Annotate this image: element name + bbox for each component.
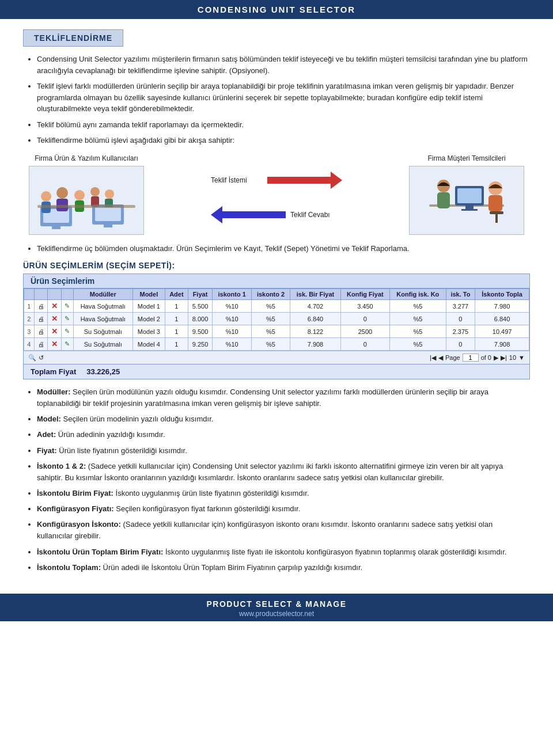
row-mod: Su Soğutmalı <box>73 325 132 338</box>
row-adet: 1 <box>165 338 188 351</box>
col-konfig-isk: Konfig isk. Ko <box>390 289 446 300</box>
row-isk-bir: 8.122 <box>290 325 341 338</box>
col-isk-top: İskonto Topla <box>475 289 529 300</box>
col-konfig: Konfig Fiyat <box>340 289 389 300</box>
desc-item: İskontolu Ürün Toplam Birim Fiyatı: İsko… <box>37 546 530 558</box>
row-isk-to: 2.375 <box>446 325 475 338</box>
row-isk-to: 0 <box>446 338 475 351</box>
svg-rect-23 <box>461 209 478 211</box>
svg-rect-16 <box>37 205 135 208</box>
svg-rect-25 <box>488 195 502 211</box>
svg-rect-27 <box>437 192 450 208</box>
right-people-svg <box>412 170 521 230</box>
col-edit <box>61 289 73 300</box>
per-page-label: 10 <box>509 354 516 361</box>
prev-btn[interactable]: ◀ <box>438 354 443 362</box>
bullet-4: Tekliflendirme bölümü işlevi aşağıdaki g… <box>37 135 530 146</box>
row-isk1: %10 <box>213 300 251 313</box>
row-delete[interactable]: ✕ <box>48 313 62 325</box>
row-isk-bir: 6.840 <box>290 313 341 325</box>
svg-rect-29 <box>495 214 498 223</box>
row-num: 4 <box>24 338 35 351</box>
table-row: 3 🖨 ✕ ✎ Su Soğutmalı Model 3 1 9.500 %10… <box>24 325 529 338</box>
row-delete[interactable]: ✕ <box>48 300 62 313</box>
after-flow-bullet: Tekliflendirme üç bölümden oluşmaktadır.… <box>37 243 530 254</box>
desc-item: İskontolu Toplam: Ürün adedi ile İskonto… <box>37 562 530 573</box>
flow-right-label: Firma Müşteri Temsilcileri <box>427 154 505 162</box>
desc-item: Adet: Ürün adedinin yazıldığı kısımdır. <box>37 429 530 440</box>
row-isk-top: 6.840 <box>475 313 529 325</box>
row-delete[interactable]: ✕ <box>48 338 62 351</box>
per-page-dropdown-icon[interactable]: ▼ <box>518 354 525 361</box>
row-fiyat: 9.500 <box>188 325 213 338</box>
total-label: Toplam Fiyat <box>31 367 76 376</box>
row-konfig: 3.450 <box>340 300 389 313</box>
desc-item: Konfigürasyon İskonto: (Sadece yetkili k… <box>37 519 530 542</box>
table-row: 4 🖨 ✕ ✎ Su Soğutmalı Model 4 1 9.250 %10… <box>24 338 529 351</box>
svg-rect-28 <box>490 211 503 214</box>
table-row: 1 🖨 ✕ ✎ Hava Soğutmalı Model 1 1 5.500 %… <box>24 300 529 313</box>
of-label: of 0 <box>481 354 491 361</box>
table-footer-bar: 🔍 ↺ |◀ ◀ Page of 0 ▶ ▶| 10 ▼ <box>24 351 529 364</box>
main-content: TEKLİFLENDİRME Condensing Unit Selector … <box>0 19 553 583</box>
row-isk-to: 0 <box>446 313 475 325</box>
row-konfig: 0 <box>340 338 389 351</box>
tekliflendirme-section: TEKLİFLENDİRME Condensing Unit Selector … <box>23 29 530 254</box>
svg-marker-18 <box>211 206 286 223</box>
row-mod: Su Soğutmalı <box>73 338 132 351</box>
next-btn[interactable]: ▶ <box>494 354 498 362</box>
row-print[interactable]: 🖨 <box>34 313 48 325</box>
row-edit[interactable]: ✎ <box>61 313 73 325</box>
page-label: Page <box>445 354 460 361</box>
row-isk-bir: 4.702 <box>290 300 341 313</box>
total-row: Toplam Fiyat 33.226,25 <box>24 364 529 379</box>
svg-point-3 <box>41 191 51 202</box>
refresh-icon[interactable]: ↺ <box>39 354 44 362</box>
urun-box: Ürün Seçimlerim Modüller Model Adet Fiya… <box>23 273 530 379</box>
arrow-left-svg <box>211 206 286 223</box>
bullet-1: Condensing Unit Selector yazılımı müşter… <box>37 54 530 76</box>
col-model: Model <box>132 289 165 300</box>
row-isk-top: 7.980 <box>475 300 529 313</box>
next-next-btn[interactable]: ▶| <box>501 354 507 362</box>
row-isk-top: 10.497 <box>475 325 529 338</box>
row-konfig-isk: %5 <box>390 325 446 338</box>
row-edit[interactable]: ✎ <box>61 300 73 313</box>
page-input[interactable] <box>463 354 479 362</box>
svg-marker-17 <box>267 172 342 189</box>
row-konfig: 0 <box>340 313 389 325</box>
col-fiyat: Fiyat <box>188 289 213 300</box>
row-edit[interactable]: ✎ <box>61 325 73 338</box>
table-row: 2 🖨 ✕ ✎ Hava Soğutmalı Model 2 1 8.000 %… <box>24 313 529 325</box>
row-print[interactable]: 🖨 <box>34 338 48 351</box>
desc-item: İskontolu Birim Fiyat: İskonto uygulanmı… <box>37 488 530 499</box>
search-icon[interactable]: 🔍 <box>28 354 36 362</box>
prev-prev-btn[interactable]: |◀ <box>430 354 436 362</box>
svg-rect-21 <box>457 188 482 203</box>
row-isk1: %10 <box>213 313 251 325</box>
row-adet: 1 <box>165 325 188 338</box>
row-print[interactable]: 🖨 <box>34 325 48 338</box>
row-adet: 1 <box>165 313 188 325</box>
svg-point-11 <box>105 189 114 199</box>
row-edit[interactable]: ✎ <box>61 338 73 351</box>
row-konfig-isk: %5 <box>390 313 446 325</box>
row-konfig-isk: %5 <box>390 338 446 351</box>
page-title: CONDENSING UNIT SELECTOR <box>0 5 553 14</box>
svg-rect-14 <box>95 207 121 221</box>
total-value: 33.226,25 <box>86 367 120 376</box>
footer-url: www.productselector.net <box>0 610 553 618</box>
row-model: Model 4 <box>132 338 165 351</box>
row-print[interactable]: 🖨 <box>34 300 48 313</box>
row-num: 2 <box>24 313 35 325</box>
row-fiyat: 9.250 <box>188 338 213 351</box>
urun-table: Modüller Model Adet Fiyat iskonto 1 isko… <box>24 288 529 351</box>
flow-left-label: Firma Ürün & Yazılım Kullanıcıları <box>35 154 138 162</box>
row-delete[interactable]: ✕ <box>48 325 62 338</box>
urun-section: ÜRÜN SEÇİMLERİM (SEÇİM SEPETİ): Ürün Seç… <box>23 261 530 379</box>
teklif-istemi-label: Teklif İstemi <box>211 176 263 184</box>
flow-diagram: Firma Ürün & Yazılım Kullanıcıları <box>23 154 530 235</box>
col-moduller: Modüller <box>73 289 132 300</box>
intro-bullets: Condensing Unit Selector yazılımı müşter… <box>23 54 530 146</box>
row-adet: 1 <box>165 300 188 313</box>
